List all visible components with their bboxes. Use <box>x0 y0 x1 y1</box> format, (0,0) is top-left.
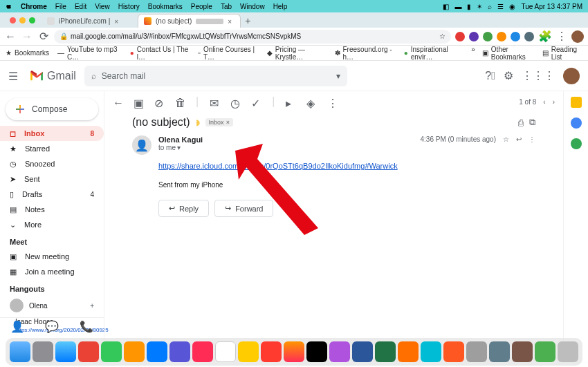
sidebar-item-inbox[interactable]: ◻Inbox8 <box>0 126 104 141</box>
dock-calendar[interactable] <box>215 341 236 362</box>
star-icon[interactable]: ☆ <box>503 135 509 143</box>
bookmark-item[interactable]: ●Inspirational envir… <box>404 46 463 61</box>
siri-icon[interactable]: ◉ <box>509 3 515 10</box>
minimize-window[interactable] <box>19 17 26 23</box>
dock-mail[interactable] <box>147 341 167 362</box>
meet-new[interactable]: ▣New meeting <box>0 249 104 264</box>
dock-music[interactable] <box>192 341 213 362</box>
spam-icon[interactable]: ⊘ <box>154 97 164 106</box>
dock-messages[interactable] <box>101 341 122 362</box>
forward-button[interactable]: → <box>21 30 33 43</box>
keep-icon[interactable] <box>571 117 582 129</box>
forward-button[interactable]: ↪Forward <box>214 200 273 217</box>
dock-app[interactable] <box>398 341 419 362</box>
bookmark-item[interactable]: ●Contact Us | The l… <box>130 46 190 61</box>
reload-button[interactable]: ⟳ <box>37 30 50 43</box>
back-button[interactable]: ← <box>4 30 17 43</box>
dock-app[interactable] <box>124 341 145 362</box>
dock-app[interactable] <box>443 341 464 362</box>
ext-icon[interactable] <box>455 32 465 41</box>
phone-icon[interactable]: 📞 <box>80 320 93 333</box>
menu-edit[interactable]: Edit <box>75 3 86 10</box>
popout-icon[interactable]: ⧉ <box>529 117 535 128</box>
bookmarks-overflow[interactable]: » <box>471 46 475 61</box>
menu-bookmarks[interactable]: Bookmarks <box>148 3 183 10</box>
dock-app[interactable] <box>512 341 533 362</box>
extensions-icon[interactable]: 🧩 <box>538 30 552 43</box>
dock-app[interactable] <box>421 341 441 362</box>
menu-file[interactable]: File <box>55 3 66 10</box>
menu-help[interactable]: Help <box>273 3 288 10</box>
sidebar-item-drafts[interactable]: ▯Drafts4 <box>0 187 104 202</box>
more-icon[interactable]: ⋮ <box>529 135 535 143</box>
task-icon[interactable]: ✓ <box>251 97 261 106</box>
settings-icon[interactable]: ⚙ <box>504 69 513 82</box>
close-tab-icon[interactable]: × <box>228 18 235 25</box>
back-icon[interactable]: ← <box>113 97 122 106</box>
archive-icon[interactable]: ▣ <box>134 97 143 106</box>
search-input[interactable]: ⌕ Search mail ▾ <box>84 66 347 86</box>
menu-window[interactable]: Window <box>240 3 265 10</box>
reading-list[interactable]: ▤Reading List <box>542 46 582 61</box>
sidebar-item-sent[interactable]: ➤Sent <box>0 171 104 187</box>
chat-icon[interactable]: 💬 <box>45 320 59 333</box>
gmail-logo[interactable]: Gmail <box>29 70 76 82</box>
address-bar[interactable]: 🔒 mail.google.com/mail/u/3/#inbox/FMfcgx… <box>54 30 451 44</box>
new-tab-button[interactable]: + <box>241 14 255 28</box>
main-menu-icon[interactable]: ☰ <box>8 70 21 82</box>
tab-gmail[interactable]: (no subject) × <box>138 14 241 28</box>
reply-button[interactable]: ↩Reply <box>158 200 209 217</box>
snooze-icon[interactable]: ◷ <box>230 97 240 106</box>
account-avatar[interactable] <box>563 68 580 84</box>
label-icon[interactable]: ◈ <box>306 97 316 106</box>
dock-trash[interactable] <box>558 341 578 362</box>
bookmark-item[interactable]: ★Bookmarks <box>6 49 49 57</box>
dock-notes[interactable] <box>238 341 259 362</box>
dock-safari[interactable] <box>55 341 76 362</box>
sidebar-item-more[interactable]: ⌄More <box>0 217 104 232</box>
dock-photos[interactable] <box>284 341 304 362</box>
dock-settings[interactable] <box>33 341 53 362</box>
dock-chrome[interactable] <box>78 341 99 362</box>
calendar-icon[interactable] <box>571 97 582 108</box>
chevron-down-icon[interactable]: ▾ <box>177 144 181 151</box>
bookmark-item[interactable]: ▫Online Courses | T… <box>198 46 258 61</box>
sidebar-item-notes[interactable]: ▤Notes <box>0 202 104 217</box>
close-window[interactable] <box>10 17 16 23</box>
dock-app[interactable] <box>489 341 510 362</box>
menu-view[interactable]: View <box>95 3 110 10</box>
tab-iphonelife[interactable]: iPhoneLife.com | × <box>41 14 138 28</box>
dock-app[interactable] <box>169 341 190 362</box>
important-icon[interactable]: ◗ <box>196 117 200 127</box>
delete-icon[interactable]: 🗑 <box>175 97 185 106</box>
close-tab-icon[interactable]: × <box>114 18 121 25</box>
profile-avatar[interactable] <box>571 30 584 43</box>
tasks-icon[interactable] <box>571 138 582 149</box>
meet-join[interactable]: ▦Join a meeting <box>0 264 104 279</box>
dock-podcasts[interactable] <box>329 341 350 362</box>
bookmark-item[interactable]: —YouTube to mp3 C… <box>57 46 122 61</box>
next-icon[interactable]: › <box>553 98 555 106</box>
clock[interactable]: Tue Apr 13 4:37 PM <box>521 3 582 10</box>
bookmark-item[interactable]: ◆Pricing — Krystle… <box>267 46 327 61</box>
ext-icon[interactable] <box>469 32 479 41</box>
dock-word[interactable] <box>352 341 373 362</box>
ext-icon[interactable] <box>497 32 506 41</box>
sidebar-item-snoozed[interactable]: ◷Snoozed <box>0 156 104 171</box>
menu-tab[interactable]: Tab <box>221 3 232 10</box>
ext-icon[interactable] <box>524 32 534 41</box>
add-icon[interactable]: + <box>90 302 94 310</box>
maximize-window[interactable] <box>29 17 35 23</box>
move-icon[interactable]: ▸ <box>286 97 295 106</box>
sidebar-item-starred[interactable]: ★Starred <box>0 141 104 156</box>
dock-finder[interactable] <box>10 341 30 362</box>
sender-avatar[interactable]: 👤 <box>132 135 151 155</box>
remove-chip-icon[interactable]: × <box>226 119 230 126</box>
search-options-icon[interactable]: ▾ <box>336 71 340 81</box>
dock-excel[interactable] <box>375 341 396 362</box>
menu-history[interactable]: History <box>118 3 140 10</box>
unread-icon[interactable]: ✉ <box>210 97 219 106</box>
menu-people[interactable]: People <box>191 3 212 10</box>
print-icon[interactable]: ⎙ <box>518 117 524 128</box>
dock-tv[interactable] <box>306 341 327 362</box>
